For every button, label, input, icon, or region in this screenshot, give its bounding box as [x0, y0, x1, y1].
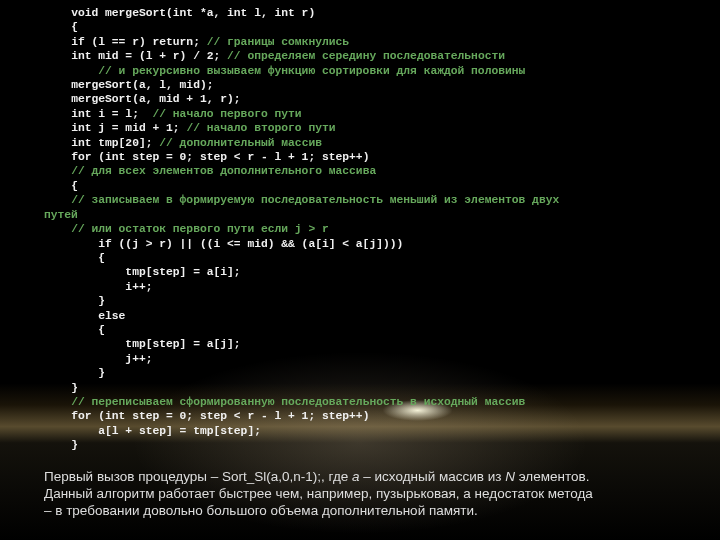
code-token: int mid = (l + r) / 2;	[71, 50, 227, 62]
comment: // начало первого пути	[152, 108, 301, 120]
comment: // определяем середину последовательност…	[227, 50, 505, 62]
comment: // или остаток первого пути если j > r	[71, 223, 329, 235]
code-line: if ((j > r) || ((i <= mid) && (a[i] < a[…	[44, 237, 690, 251]
code-line: int tmp[20]; // дополнительный массив	[44, 136, 690, 150]
code-token: int tmp[20];	[71, 137, 159, 149]
code-line: {	[44, 179, 690, 193]
desc-line2: Данный алгоритм работает быстрее чем, на…	[44, 486, 593, 501]
comment: // границы сомкнулись	[207, 36, 349, 48]
code-token: if ((j > r) || ((i <= mid) && (a[i] < a[…	[98, 238, 403, 250]
code-line: mergeSort(a, l, mid);	[44, 78, 690, 92]
code-token: tmp[step] = a[j];	[125, 338, 240, 350]
code-line: a[l + step] = tmp[step];	[44, 424, 690, 438]
code-token: for (int step = 0; step < r - l + 1; ste…	[71, 151, 369, 163]
code-token: }	[71, 382, 78, 394]
desc-line1: Первый вызов процедуры – Sort_Sl(a,0,n-1…	[44, 469, 589, 484]
code-token: {	[98, 252, 105, 264]
code-token: a[l + step] = tmp[step];	[98, 425, 261, 437]
code-line: // и рекурсивно вызываем функцию сортиро…	[44, 64, 690, 78]
code-line: mergeSort(a, mid + 1, r);	[44, 92, 690, 106]
code-line: for (int step = 0; step < r - l + 1; ste…	[44, 150, 690, 164]
code-token: {	[71, 21, 78, 33]
code-line: {	[44, 323, 690, 337]
code-token: int i = l;	[71, 108, 152, 120]
comment: путей	[44, 209, 78, 221]
code-token: }	[98, 367, 105, 379]
code-line: void mergeSort(int *a, int l, int r)	[44, 6, 690, 20]
code-line: // переписываем сформированную последова…	[44, 395, 690, 409]
code-line: путей	[44, 208, 690, 222]
code-token: for (int step = 0; step < r - l + 1; ste…	[71, 410, 369, 422]
description-text: Первый вызов процедуры – Sort_Sl(a,0,n-1…	[44, 468, 690, 519]
code-token: }	[71, 439, 78, 451]
comment: // и рекурсивно вызываем функцию сортиро…	[98, 65, 525, 77]
code-line: int mid = (l + r) / 2; // определяем сер…	[44, 49, 690, 63]
code-line: // для всех элементов дополнительного ма…	[44, 164, 690, 178]
code-line: }	[44, 438, 690, 452]
code-token: i++;	[125, 281, 152, 293]
code-token: j++;	[125, 353, 152, 365]
code-line: tmp[step] = a[j];	[44, 337, 690, 351]
code-line: }	[44, 381, 690, 395]
code-token: else	[98, 310, 125, 322]
comment: // записываем в формируемую последовател…	[71, 194, 559, 206]
code-line: i++;	[44, 280, 690, 294]
comment: // для всех элементов дополнительного ма…	[71, 165, 376, 177]
desc-line3: – в требовании довольно большого объема …	[44, 503, 478, 518]
code-token: {	[98, 324, 105, 336]
code-line: }	[44, 366, 690, 380]
code-line: j++;	[44, 352, 690, 366]
code-line: // записываем в формируемую последовател…	[44, 193, 690, 207]
code-line: tmp[step] = a[i];	[44, 265, 690, 279]
code-line: else	[44, 309, 690, 323]
code-line: int j = mid + 1; // начало второго пути	[44, 121, 690, 135]
code-token: {	[71, 180, 78, 192]
code-line: {	[44, 20, 690, 34]
code-block: void mergeSort(int *a, int l, int r) { i…	[44, 6, 690, 453]
code-line: }	[44, 294, 690, 308]
code-token: if (l == r) return;	[71, 36, 207, 48]
comment: // переписываем сформированную последова…	[71, 396, 525, 408]
code-token: void mergeSort(int *a, int l, int r)	[71, 7, 315, 19]
code-line: int i = l; // начало первого пути	[44, 107, 690, 121]
code-token: int j = mid + 1;	[71, 122, 186, 134]
code-line: {	[44, 251, 690, 265]
comment: // начало второго пути	[186, 122, 335, 134]
comment: // дополнительный массив	[159, 137, 322, 149]
code-token: tmp[step] = a[i];	[125, 266, 240, 278]
code-token: mergeSort(a, mid + 1, r);	[71, 93, 240, 105]
code-line: if (l == r) return; // границы сомкнулис…	[44, 35, 690, 49]
code-line: // или остаток первого пути если j > r	[44, 222, 690, 236]
code-token: }	[98, 295, 105, 307]
code-line: for (int step = 0; step < r - l + 1; ste…	[44, 409, 690, 423]
code-token: mergeSort(a, l, mid);	[71, 79, 213, 91]
